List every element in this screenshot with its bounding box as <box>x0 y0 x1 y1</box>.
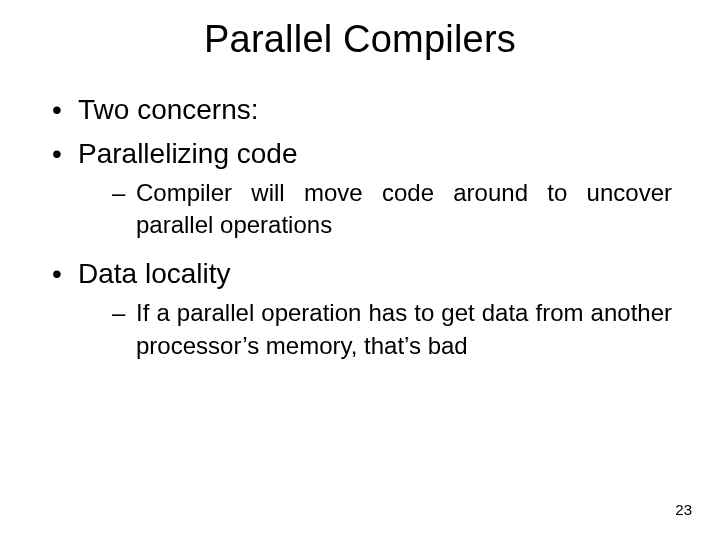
slide: Parallel Compilers Two concerns: Paralle… <box>0 0 720 540</box>
bullet-text: Parallelizing code <box>78 138 297 169</box>
slide-title: Parallel Compilers <box>0 0 720 61</box>
bullet-text: Data locality <box>78 258 231 289</box>
sub-bullet-compiler-move-code: Compiler will move code around to uncove… <box>112 177 672 242</box>
page-number: 23 <box>675 501 692 518</box>
sub-bullet-parallel-operation-memory: If a parallel operation has to get data … <box>112 297 672 362</box>
sub-bullet-list: If a parallel operation has to get data … <box>78 297 672 362</box>
bullet-data-locality: Data locality If a parallel operation ha… <box>48 255 672 362</box>
bullet-list: Two concerns: Parallelizing code Compile… <box>0 91 720 362</box>
sub-bullet-text: If a parallel operation has to get data … <box>136 299 672 358</box>
bullet-parallelizing-code: Parallelizing code Compiler will move co… <box>48 135 672 242</box>
bullet-text: Two concerns: <box>78 94 259 125</box>
bullet-two-concerns: Two concerns: <box>48 91 672 129</box>
sub-bullet-list: Compiler will move code around to uncove… <box>78 177 672 242</box>
sub-bullet-text: Compiler will move code around to uncove… <box>136 179 672 238</box>
